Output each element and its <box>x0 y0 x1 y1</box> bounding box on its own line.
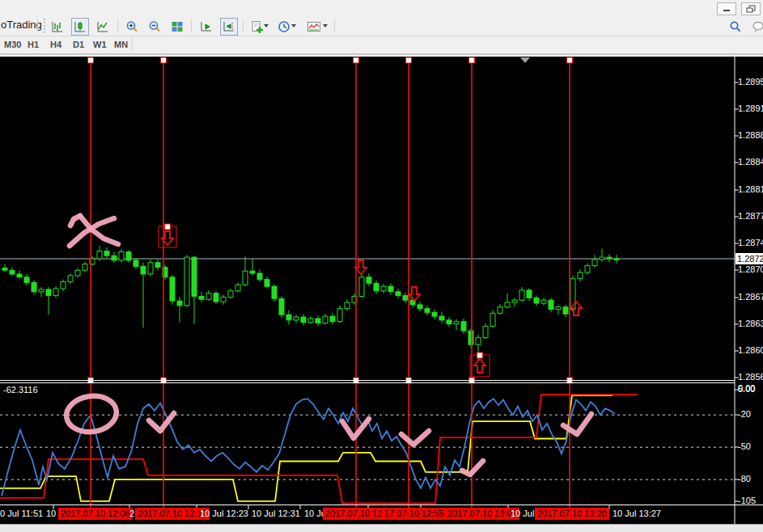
arrow-handle[interactable] <box>165 224 171 230</box>
vline-handle-top[interactable] <box>161 57 167 63</box>
templates-button[interactable] <box>305 18 323 36</box>
candle <box>323 314 328 324</box>
candle <box>294 315 299 323</box>
indicators-icon <box>250 20 264 34</box>
candle <box>454 319 459 330</box>
annotation-checkmark[interactable] <box>563 414 591 434</box>
search-icon <box>729 20 742 33</box>
search-button[interactable] <box>727 18 744 36</box>
vline-handle-top[interactable] <box>354 57 359 63</box>
zoom-out-button[interactable] <box>146 18 163 36</box>
restore-icon <box>746 5 756 13</box>
chart-canvas[interactable] <box>0 57 763 524</box>
candle <box>206 290 211 301</box>
separator <box>243 19 244 33</box>
candle <box>461 319 466 334</box>
vline-handle-top[interactable] <box>567 57 573 63</box>
tf-h4[interactable]: H4 <box>48 39 64 50</box>
sell-arrow-icon[interactable] <box>355 260 367 274</box>
candle <box>534 296 539 306</box>
annotation-checkmark[interactable] <box>401 431 429 445</box>
candle <box>563 305 568 317</box>
chart-area[interactable]: 1.28951.28911.28881.28841.28811.28771.28… <box>0 57 763 524</box>
tf-mn[interactable]: MN <box>112 39 130 50</box>
price-scale-label: 1.2877 <box>738 211 763 221</box>
annotation-checkmark[interactable] <box>462 461 483 475</box>
candle <box>199 292 204 302</box>
candle <box>330 313 335 324</box>
candle <box>53 286 58 298</box>
tile-windows-button[interactable] <box>168 18 186 36</box>
tile-windows-icon <box>171 20 184 33</box>
sell-arrow-icon[interactable] <box>409 287 420 301</box>
zoom-in-button[interactable] <box>123 18 141 36</box>
candle <box>578 269 583 281</box>
separator <box>191 19 192 33</box>
vline-handle-top[interactable] <box>406 57 412 63</box>
candle <box>221 295 226 305</box>
buy-arrow-icon[interactable] <box>474 359 485 373</box>
price-scale-label: 1.2863 <box>738 319 763 328</box>
chat-button[interactable] <box>749 18 763 36</box>
candle <box>214 291 218 304</box>
time-label-highlighted: 2017.07.10 13:20 <box>535 508 609 520</box>
candle <box>228 289 233 298</box>
candle <box>345 299 350 310</box>
candle <box>265 277 269 289</box>
restore-button[interactable] <box>741 2 761 15</box>
annotation-circle[interactable] <box>64 393 119 435</box>
candle <box>286 310 291 325</box>
candle <box>556 305 561 315</box>
candle <box>2 264 7 272</box>
toolbar-grip[interactable] <box>44 19 45 33</box>
indicators-button[interactable] <box>248 18 265 36</box>
annotation-x-mark[interactable] <box>70 216 80 226</box>
candle <box>24 274 29 285</box>
bar-chart-button[interactable] <box>49 18 66 36</box>
annotation-checkmark[interactable] <box>149 413 174 431</box>
tf-d1[interactable]: D1 <box>70 39 87 50</box>
mt4-window: { "window": { "title_partial": "oTrading… <box>0 0 763 532</box>
vline-handle-top[interactable] <box>88 57 94 63</box>
templates-dropdown-caret[interactable] <box>323 24 328 27</box>
chart-shift-icon <box>223 20 235 33</box>
periods-button[interactable] <box>275 18 293 36</box>
candle <box>184 255 189 306</box>
candle <box>468 328 473 348</box>
tf-m30[interactable]: M30 <box>2 39 23 50</box>
candle <box>527 288 532 301</box>
time-label-highlighted: 2017.07.10 12:06 <box>58 508 133 520</box>
candle <box>104 247 109 258</box>
chart-shift-button[interactable] <box>220 18 238 36</box>
candle <box>148 260 153 277</box>
minimize-button[interactable] <box>717 2 736 15</box>
time-label-highlighted: 2017.07.10 12:17 <box>135 508 210 520</box>
separator <box>37 19 38 33</box>
price-scale-label: 1.2888 <box>738 130 763 140</box>
line-chart-button[interactable] <box>94 18 112 36</box>
candle <box>439 311 444 323</box>
candlestick-chart-button[interactable] <box>71 18 89 36</box>
arrow-handle[interactable] <box>477 353 483 358</box>
auto-scroll-button[interactable] <box>197 18 215 36</box>
candle <box>177 297 182 322</box>
time-label: 10 Jul 12:23 <box>200 509 248 518</box>
indicator-scale-label: -20 <box>738 409 751 419</box>
tf-h1[interactable]: H1 <box>25 39 41 50</box>
candle <box>483 323 488 340</box>
time-axis[interactable]: 10 Jul 11:5110 J2017.07.10 12:062:2017.0… <box>0 505 763 524</box>
tf-w1[interactable]: W1 <box>91 39 109 50</box>
price-scale-label: 1.2881 <box>738 184 763 194</box>
price-scale-label: 1.2895 <box>738 77 763 87</box>
periods-dropdown-caret[interactable] <box>291 24 296 27</box>
autotrading-button[interactable]: oTrading <box>1 19 42 31</box>
candle <box>83 262 87 272</box>
candle <box>374 281 379 294</box>
time-label: 10 Jul 12:31 <box>252 509 300 518</box>
price-scale-label: 1.2867 <box>738 292 763 302</box>
candle <box>381 284 386 293</box>
indicators-dropdown-caret[interactable] <box>264 24 269 27</box>
candle <box>112 252 117 263</box>
vline-handle-top[interactable] <box>469 57 475 63</box>
candle <box>614 255 619 263</box>
